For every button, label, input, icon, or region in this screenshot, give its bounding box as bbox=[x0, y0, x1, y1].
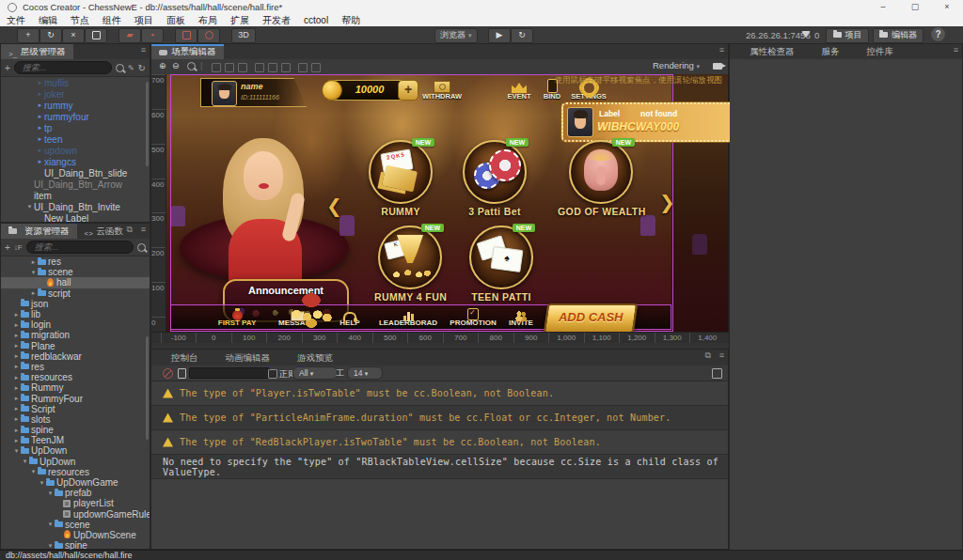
preview-target-dropdown[interactable]: 浏览器▾ bbox=[434, 28, 478, 43]
expand-arrow-icon[interactable]: ▸ bbox=[36, 124, 44, 132]
expand-arrow-icon[interactable]: ▸ bbox=[12, 405, 21, 412]
asset-node[interactable]: updownGameRule bbox=[1, 509, 150, 520]
expand-arrow-icon[interactable]: ▸ bbox=[12, 352, 21, 360]
zoom-search-icon[interactable] bbox=[187, 62, 196, 70]
panel-menu-icon[interactable]: ≡ bbox=[719, 45, 724, 54]
zoom-out-icon[interactable]: ⊖ bbox=[172, 61, 180, 70]
zoom-in-icon[interactable]: ⊕ bbox=[159, 61, 166, 70]
game-tile[interactable]: NEW ♠ TEEN PATTI bbox=[462, 226, 541, 303]
hierarchy-node[interactable]: New Label bbox=[1, 212, 150, 223]
rotate-tool-icon[interactable]: ↻ bbox=[39, 28, 62, 43]
menu-item[interactable]: 扩展 bbox=[224, 14, 256, 27]
asset-node[interactable]: ▸ login bbox=[1, 319, 150, 330]
expand-arrow-icon[interactable]: ▸ bbox=[36, 113, 44, 120]
search-icon[interactable] bbox=[116, 64, 124, 72]
console-log-row[interactable]: The type of "Player.isTwoTable" must be … bbox=[151, 381, 728, 406]
hierarchy-node[interactable]: item bbox=[1, 190, 150, 201]
hierarchy-node[interactable]: ▸ muflis bbox=[1, 77, 150, 88]
refresh-preview-button[interactable]: ↻ bbox=[511, 28, 533, 43]
distribute-h-icon[interactable] bbox=[298, 63, 308, 72]
local-gizmo-icon[interactable] bbox=[175, 28, 197, 43]
panel-menu-icon[interactable]: ≡ bbox=[954, 45, 958, 54]
expand-arrow-icon[interactable]: ▾ bbox=[38, 479, 46, 487]
game-tile[interactable]: NEW 3 Patti Bet bbox=[459, 140, 530, 217]
3d-toggle-button[interactable]: 3D bbox=[231, 28, 256, 43]
menu-item[interactable]: 节点 bbox=[64, 14, 96, 27]
expand-arrow-icon[interactable]: ▾ bbox=[21, 458, 29, 465]
expand-arrow-icon[interactable]: ▸ bbox=[36, 79, 44, 86]
menu-item[interactable]: 面板 bbox=[160, 14, 192, 27]
asset-node[interactable]: ▾ scene bbox=[1, 520, 150, 530]
play-button[interactable]: ▶ bbox=[488, 28, 511, 43]
asset-node[interactable]: hall bbox=[1, 277, 150, 288]
expand-arrow-icon[interactable]: ▸ bbox=[12, 332, 21, 339]
tab-cloud-functions[interactable]: 云函数 bbox=[77, 224, 132, 239]
expand-arrow-icon[interactable]: ▸ bbox=[36, 90, 44, 98]
bottombar-button[interactable]: HELP bbox=[333, 306, 367, 327]
bottombar-button[interactable]: LEADERBORAD bbox=[374, 306, 442, 327]
scene-canvas[interactable]: 使用鼠标右键平移视窗焦点，使用滚轮缩放视图 name ID:111111166 … bbox=[151, 74, 730, 332]
panel-menu-icon[interactable]: ≡ bbox=[141, 225, 146, 234]
panel-menu-icon[interactable]: ≡ bbox=[719, 350, 724, 360]
asset-node[interactable]: ▸ migration bbox=[1, 330, 150, 340]
menu-item[interactable]: 编辑 bbox=[32, 14, 64, 27]
expand-arrow-icon[interactable]: ▾ bbox=[12, 447, 21, 455]
menu-item[interactable]: 帮助 bbox=[335, 14, 367, 27]
hierarchy-node[interactable]: UI_Daing_Btn_Arrow bbox=[1, 179, 150, 190]
open-log-icon[interactable] bbox=[178, 368, 186, 379]
console-tab[interactable]: 动画编辑器 bbox=[206, 350, 278, 366]
inspector-tab[interactable]: 属性检查器 bbox=[730, 44, 802, 59]
panel-float-icon[interactable]: ⧉ bbox=[705, 350, 711, 361]
refresh-icon[interactable]: ↻ bbox=[138, 63, 146, 73]
asset-node[interactable]: ▾ resources bbox=[1, 467, 150, 477]
asset-node[interactable]: ▾ UpDown bbox=[1, 445, 150, 456]
asset-node[interactable]: ▸ res bbox=[1, 362, 150, 372]
console-layout-icon[interactable] bbox=[712, 368, 722, 379]
align-top-icon[interactable] bbox=[255, 63, 264, 72]
menu-item[interactable]: 开发者 bbox=[256, 14, 297, 27]
panel-float-icon[interactable]: ⧉ bbox=[127, 225, 133, 235]
hierarchy-node[interactable]: ▸ teen bbox=[1, 133, 150, 145]
expand-arrow-icon[interactable]: ▾ bbox=[46, 521, 55, 528]
asset-node[interactable]: ▸ res bbox=[1, 257, 150, 267]
player-info-plate[interactable]: name ID:111111166 bbox=[200, 78, 307, 107]
console-tab[interactable]: 游戏预览 bbox=[277, 350, 340, 366]
assets-search-input[interactable] bbox=[26, 241, 134, 254]
anchor-toggle-icon[interactable]: ▪ bbox=[141, 28, 164, 43]
align-center-h-icon[interactable] bbox=[225, 63, 234, 72]
close-button[interactable]: × bbox=[931, 0, 963, 14]
console-log-row[interactable]: The type of "RedBlackPlayer.isTwoTable" … bbox=[151, 430, 728, 455]
console-filter-input[interactable] bbox=[189, 367, 270, 379]
console-log-row[interactable]: The type of "ParticleAnimFrame.duration"… bbox=[151, 406, 728, 430]
asset-node[interactable]: ▸ slots bbox=[1, 414, 150, 425]
expand-arrow-icon[interactable]: ▾ bbox=[29, 468, 38, 475]
expand-arrow-icon[interactable]: ▸ bbox=[36, 147, 44, 154]
align-center-v-icon[interactable] bbox=[268, 63, 277, 72]
menu-item[interactable]: 布局 bbox=[192, 14, 224, 27]
tab-assets[interactable]: 资源管理器 bbox=[1, 224, 77, 239]
expand-arrow-icon[interactable]: ▸ bbox=[29, 289, 38, 297]
add-cash-button[interactable]: ADD CASH bbox=[544, 303, 638, 332]
expand-arrow-icon[interactable]: ▸ bbox=[12, 321, 21, 329]
asset-node[interactable]: ▸ Script bbox=[1, 404, 150, 414]
asset-node[interactable]: ▸ redblackwar bbox=[1, 351, 150, 362]
asset-node[interactable]: ▸ resources bbox=[1, 372, 150, 382]
menu-item[interactable]: cctool bbox=[297, 15, 335, 25]
asset-node[interactable]: ▸ script bbox=[1, 288, 150, 299]
jackpot-banner[interactable]: Label not found WIBHCWAY000 bbox=[561, 102, 730, 142]
expand-arrow-icon[interactable]: ▾ bbox=[46, 490, 55, 497]
sort-icon[interactable]: ↓F bbox=[14, 243, 23, 252]
rect-tool-icon[interactable] bbox=[85, 28, 107, 43]
expand-arrow-icon[interactable]: ▸ bbox=[36, 135, 44, 143]
hierarchy-node[interactable]: ▸ tp bbox=[1, 122, 150, 133]
move-tool-icon[interactable]: + bbox=[17, 28, 39, 43]
hierarchy-node[interactable]: ▸ updown bbox=[1, 145, 150, 156]
open-project-button[interactable]: 项目 bbox=[826, 28, 869, 43]
hierarchy-node[interactable]: ▾ UI_Daing_Btn_Invite bbox=[1, 201, 150, 212]
expand-arrow-icon[interactable]: ▸ bbox=[12, 342, 21, 350]
hierarchy-node[interactable]: ▸ xiangcs bbox=[1, 156, 150, 167]
expand-arrow-icon[interactable]: ▸ bbox=[36, 158, 44, 165]
panel-menu-icon[interactable]: ≡ bbox=[141, 45, 146, 54]
inspector-tab[interactable]: 服务 bbox=[802, 44, 847, 59]
distribute-v-icon[interactable] bbox=[311, 63, 321, 72]
